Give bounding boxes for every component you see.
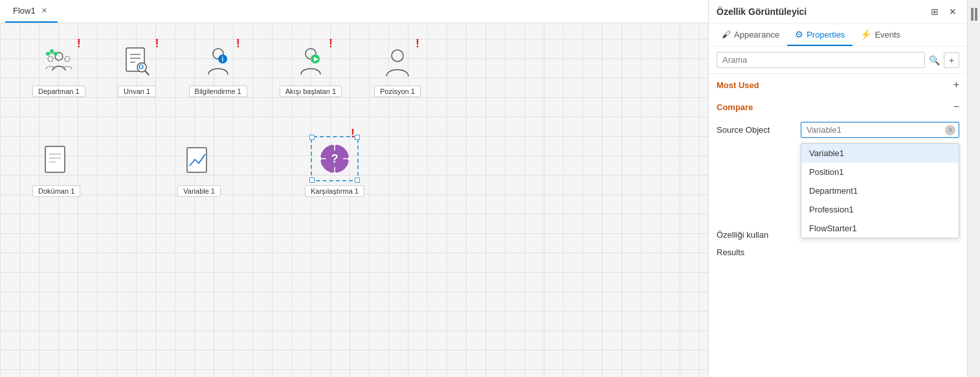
panel-search-bar: 🔍 + [709, 47, 967, 74]
dropdown-item-variable1[interactable]: Variable1 [801, 144, 959, 163]
node-departman1[interactable]: ! [32, 43, 85, 97]
node-icon-bilgilendirme1: ! i [199, 43, 238, 82]
results-row: Results [717, 244, 959, 261]
search-input[interactable] [717, 52, 925, 68]
svg-line-14 [145, 71, 149, 75]
node-label-akisi1: Akışı başlatan 1 [280, 86, 342, 97]
tab-close-button[interactable]: ✕ [39, 6, 50, 16]
node-label-variable1: Variable 1 [177, 185, 221, 197]
svg-marker-37 [333, 172, 337, 175]
svg-marker-33 [348, 157, 351, 161]
svg-point-1 [48, 56, 53, 62]
warning-badge: ! [329, 38, 333, 49]
node-icon-akisi1: ! [291, 43, 330, 82]
add-property-button[interactable]: + [944, 52, 959, 68]
use-property-label: Özelliği kullan [717, 230, 801, 240]
tab-bar: Flow1 ✕ [0, 0, 708, 23]
document-search-icon [121, 45, 153, 79]
tab-properties-label: Properties [807, 30, 845, 40]
svg-point-13 [137, 63, 146, 72]
info-person-icon: i [202, 45, 234, 80]
person-icon [381, 45, 414, 79]
source-object-input-wrapper: ✕ [801, 122, 959, 138]
dropdown-item-position1[interactable]: Position1 [801, 163, 959, 181]
node-label-unvan1: Unvan 1 [118, 86, 156, 97]
node-icon-pozisyon1: ! [378, 43, 417, 82]
most-used-section-header[interactable]: Most Used + [709, 74, 967, 96]
svg-text:?: ? [331, 152, 338, 165]
compare-collapse-button[interactable]: − [953, 101, 959, 113]
source-object-clear-button[interactable]: ✕ [945, 125, 955, 135]
node-label-karsilastirma1: Karşılaştırma 1 [305, 185, 364, 197]
node-icon-departman1: ! [39, 43, 78, 82]
dropdown-item-department1[interactable]: Department1 [801, 181, 959, 200]
properties-icon: ⚙ [795, 29, 803, 40]
node-akisi1[interactable]: ! Akışı başlatan 1 [280, 43, 342, 97]
compare-label: Compare [717, 102, 753, 112]
node-icon-dokuman1 [37, 143, 76, 181]
svg-rect-23 [45, 146, 65, 172]
dropdown-item-flowstarter1[interactable]: FlowStarter1 [801, 219, 959, 238]
panel-close-button[interactable]: ✕ [946, 5, 959, 18]
warning-badge: ! [416, 38, 419, 49]
plain-document-icon [41, 145, 71, 179]
node-karsilastirma1[interactable]: ! ? [305, 136, 364, 197]
node-label-pozisyon1: Pozisyon 1 [374, 86, 421, 97]
svg-marker-35 [333, 143, 337, 145]
panel-header: Özellik Görüntüleyici ⊞ ✕ [709, 0, 967, 24]
node-label-dokuman1: Doküman 1 [32, 185, 80, 197]
collapse-icon [970, 6, 979, 22]
node-label-bilgilendirme1: Bilgilendirme 1 [189, 86, 247, 97]
tab-properties[interactable]: ⚙ Properties [787, 24, 852, 46]
selected-warning: ! [351, 127, 355, 141]
source-object-dropdown: Variable1 Position1 Department1 Professi… [801, 143, 959, 238]
panel-header-actions: ⊞ ✕ [928, 5, 959, 18]
tab-events-label: Events [874, 30, 900, 40]
node-unvan1[interactable]: ! Unvan 1 [118, 43, 157, 97]
collapse-bar[interactable] [967, 0, 980, 377]
compare-section-content: Source Object ✕ Variable1 Position1 Depa… [709, 118, 967, 266]
node-icon-karsilastirma1: ! ? [311, 136, 359, 181]
results-label: Results [717, 247, 801, 257]
node-icon-unvan1: ! [118, 43, 157, 82]
flow-nodes-row1: ! [32, 43, 689, 97]
node-label-departman1: Departman 1 [32, 86, 85, 97]
node-dokuman1[interactable]: Doküman 1 [32, 143, 80, 197]
appearance-icon: 🖌 [722, 29, 731, 40]
warning-badge: ! [155, 38, 159, 49]
svg-rect-39 [975, 8, 977, 21]
tab-appearance[interactable]: 🖌 Appearance [714, 24, 787, 46]
tab-appearance-label: Appearance [734, 30, 779, 40]
search-icon[interactable]: 🔍 [929, 55, 940, 65]
source-object-input[interactable] [801, 122, 959, 138]
node-icon-variable1 [180, 143, 219, 181]
canvas-content: ! [0, 23, 708, 377]
svg-point-2 [65, 56, 70, 62]
dropdown-item-profession1[interactable]: Profession1 [801, 200, 959, 219]
svg-text:i: i [221, 56, 223, 63]
most-used-expand-button[interactable]: + [953, 79, 959, 91]
source-object-label: Source Object [717, 125, 801, 135]
canvas-area: Flow1 ✕ ! [0, 0, 708, 377]
panel-tabs: 🖌 Appearance ⚙ Properties ⚡ Events [709, 24, 967, 47]
compare-section-header[interactable]: Compare − [709, 96, 967, 118]
source-object-row: Source Object ✕ Variable1 Position1 Depa… [717, 118, 959, 142]
node-bilgilendirme1[interactable]: ! i Bilgilendirme 1 [189, 43, 247, 97]
tab-label: Flow1 [13, 6, 36, 16]
play-person-icon [295, 45, 327, 80]
node-pozisyon1[interactable]: ! Pozisyon 1 [374, 43, 421, 97]
most-used-label: Most Used [717, 80, 759, 90]
panel-pin-button[interactable]: ⊞ [928, 5, 941, 18]
flow-nodes-row2: Doküman 1 Variable 1 [201, 136, 689, 197]
panel-body: Most Used + Compare − Source Object ✕ Va… [709, 74, 967, 377]
tab-events[interactable]: ⚡ Events [852, 24, 908, 46]
svg-marker-31 [318, 157, 321, 161]
panel-title: Özellik Görüntüleyici [717, 6, 807, 17]
compare-icon: ? [317, 141, 352, 176]
tab-flow1[interactable]: Flow1 ✕ [5, 0, 58, 23]
svg-rect-38 [971, 8, 974, 21]
warning-badge: ! [77, 38, 81, 49]
svg-rect-27 [187, 148, 206, 172]
warning-badge: ! [236, 38, 240, 49]
node-variable1[interactable]: Variable 1 [177, 143, 221, 197]
